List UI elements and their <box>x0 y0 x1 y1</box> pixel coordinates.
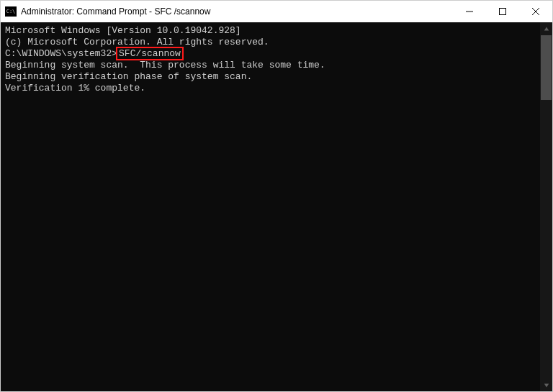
svg-marker-4 <box>544 27 548 30</box>
prompt-path: C:\WINDOWS\system32> <box>5 48 117 59</box>
vertical-scrollbar[interactable] <box>540 22 552 391</box>
terminal-container: Microsoft Windows [Version 10.0.19042.92… <box>1 22 552 391</box>
close-icon <box>532 8 539 15</box>
chevron-down-icon <box>544 383 549 388</box>
cmd-icon <box>5 6 17 17</box>
window-controls <box>453 1 552 22</box>
titlebar[interactable]: Administrator: Command Prompt - SFC /sca… <box>1 1 552 22</box>
output-line: Beginning system scan. This process will… <box>5 60 536 71</box>
scrollbar-thumb[interactable] <box>541 35 552 100</box>
minimize-button[interactable] <box>453 1 486 22</box>
output-line: Beginning verification phase of system s… <box>5 71 536 83</box>
terminal-output[interactable]: Microsoft Windows [Version 10.0.19042.92… <box>1 22 540 391</box>
output-line: Verification 1% complete. <box>5 83 536 94</box>
output-line: (c) Microsoft Corporation. All rights re… <box>5 37 536 48</box>
maximize-button[interactable] <box>486 1 519 22</box>
output-line: Microsoft Windows [Version 10.0.19042.92… <box>5 25 536 37</box>
maximize-icon <box>499 8 506 15</box>
command-prompt-window: Administrator: Command Prompt - SFC /sca… <box>0 0 553 392</box>
highlighted-command: SFC/scannow <box>116 47 184 60</box>
svg-rect-1 <box>500 9 506 15</box>
window-title: Administrator: Command Prompt - SFC /sca… <box>21 6 453 17</box>
prompt-line: C:\WINDOWS\system32>SFC/scannow <box>5 48 536 60</box>
minimize-icon <box>466 8 473 15</box>
svg-marker-5 <box>544 383 548 387</box>
chevron-up-icon <box>544 26 549 32</box>
scroll-up-arrow[interactable] <box>540 22 552 35</box>
scroll-down-arrow[interactable] <box>540 379 552 391</box>
close-button[interactable] <box>519 1 552 22</box>
